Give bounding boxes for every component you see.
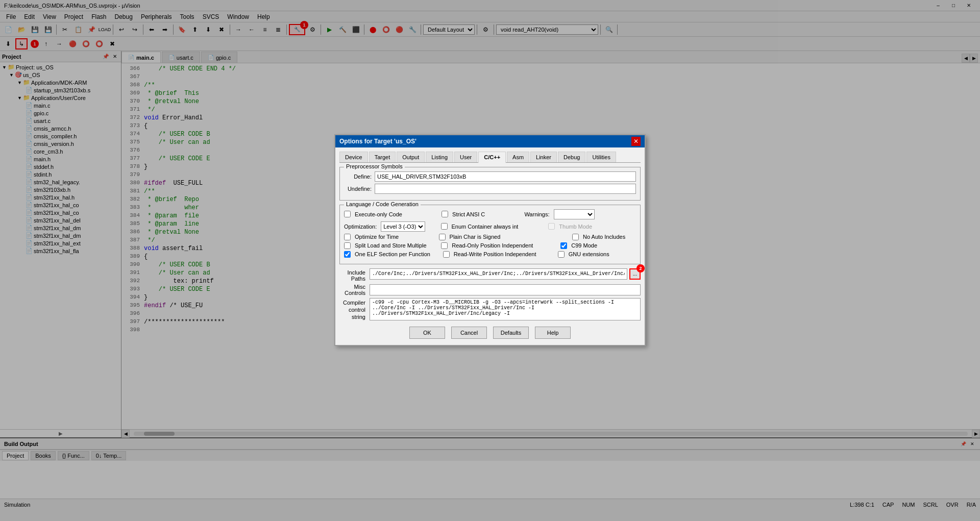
- cancel-button[interactable]: Cancel: [451, 327, 487, 339]
- enum-container-checkbox[interactable]: [441, 223, 448, 230]
- split-load-row: Split Load and Store Multiple Read-Only …: [344, 242, 636, 249]
- gnu-ext-label: GNU extensions: [569, 251, 609, 257]
- lang-section: Language / Code Generation Execute-only …: [339, 205, 641, 264]
- dialog-tab-debug[interactable]: Debug: [558, 152, 585, 162]
- dialog-tab-utilities[interactable]: Utilities: [586, 152, 616, 162]
- dialog-body: Device Target Output Listing User C/C++ …: [335, 147, 645, 345]
- plain-char-label: Plain Char is Signed: [450, 234, 501, 240]
- one-elf-checkbox[interactable]: [344, 251, 351, 258]
- include-paths-area: IncludePaths ... 2: [339, 268, 641, 282]
- dialog-tab-target[interactable]: Target: [369, 152, 396, 162]
- preprocessor-section: Preprocessor Symbols Define: Undefine:: [339, 167, 641, 201]
- badge-2: 2: [636, 264, 645, 272]
- read-only-label: Read-Only Position Independent: [452, 242, 533, 249]
- preprocessor-title: Preprocessor Symbols: [344, 163, 405, 169]
- read-only-checkbox[interactable]: [441, 242, 448, 249]
- enum-container-label: Enum Container always int: [452, 224, 519, 230]
- no-auto-includes-label: No Auto Includes: [583, 234, 625, 240]
- compiler-textarea[interactable]: -c99 -c -cpu Cortex-M3 -D__MICROLIB -g -…: [370, 298, 641, 320]
- compiler-label: Compilercontrolstring: [339, 298, 368, 321]
- split-load-checkbox[interactable]: [344, 242, 351, 249]
- dialog-buttons: OK Cancel Defaults Help: [339, 322, 641, 341]
- include-btn-wrapper: ... 2: [629, 268, 641, 280]
- no-auto-includes-checkbox[interactable]: [572, 234, 579, 240]
- dialog-tab-linker[interactable]: Linker: [530, 152, 557, 162]
- c99-label: C99 Mode: [571, 242, 597, 249]
- optimize-time-label: Optimize for Time: [355, 234, 399, 240]
- strict-ansi-checkbox[interactable]: [442, 211, 448, 217]
- dialog-tab-device[interactable]: Device: [339, 152, 368, 162]
- undefine-row: Undefine:: [344, 184, 636, 194]
- help-button[interactable]: Help: [535, 327, 571, 339]
- strict-ansi-label: Strict ANSI C: [452, 211, 485, 217]
- optimize-time-checkbox[interactable]: [344, 234, 351, 240]
- gnu-ext-checkbox[interactable]: [558, 251, 565, 258]
- dialog-title-bar: Options for Target 'us_OS' ✕: [335, 135, 645, 147]
- split-load-label: Split Load and Store Multiple: [355, 242, 427, 249]
- dialog-tab-bar: Device Target Output Listing User C/C++ …: [339, 152, 641, 163]
- optimization-label: Optimization:: [344, 224, 377, 230]
- execute-only-label: Execute-only Code: [355, 211, 402, 217]
- misc-label: MiscControls: [339, 284, 368, 296]
- optimization-select[interactable]: Level 3 (-O3): [381, 221, 425, 232]
- thumb-mode-label: Thumb Mode: [559, 224, 592, 230]
- optimize-time-row: Optimize for Time Plain Char is Signed N…: [344, 234, 636, 240]
- ok-button[interactable]: OK: [409, 327, 445, 339]
- one-elf-label: One ELF Section per Function: [355, 251, 430, 257]
- misc-input[interactable]: [370, 284, 641, 295]
- read-write-checkbox[interactable]: [443, 251, 450, 258]
- warnings-label: Warnings:: [524, 211, 549, 217]
- define-label: Define:: [344, 173, 375, 180]
- plain-char-checkbox[interactable]: [439, 234, 446, 240]
- dialog-tab-cc[interactable]: C/C++: [478, 152, 506, 163]
- read-write-label: Read-Write Position Independent: [454, 251, 536, 257]
- dialog-title-text: Options for Target 'us_OS': [339, 138, 416, 145]
- execute-only-checkbox[interactable]: [344, 211, 351, 217]
- lang-title: Language / Code Generation: [344, 201, 421, 207]
- dialog-overlay: Options for Target 'us_OS' ✕ Device Targ…: [0, 0, 980, 521]
- include-input[interactable]: [370, 268, 627, 280]
- optimization-row2: Optimization: Level 3 (-O3) Enum Contain…: [344, 221, 636, 232]
- defaults-button[interactable]: Defaults: [493, 327, 529, 339]
- define-input[interactable]: [375, 171, 636, 182]
- options-dialog: Options for Target 'us_OS' ✕ Device Targ…: [334, 134, 646, 346]
- misc-controls-area: MiscControls: [339, 284, 641, 296]
- dialog-tab-output[interactable]: Output: [397, 152, 425, 162]
- undefine-input[interactable]: [375, 184, 636, 194]
- include-label: IncludePaths: [339, 268, 368, 282]
- optimization-row: Execute-only Code Strict ANSI C Warnings…: [344, 209, 636, 219]
- dialog-tab-user[interactable]: User: [454, 152, 477, 162]
- c99-checkbox[interactable]: [560, 242, 567, 249]
- compiler-area: Compilercontrolstring -c99 -c -cpu Corte…: [339, 298, 641, 321]
- dialog-tab-listing[interactable]: Listing: [426, 152, 453, 162]
- dialog-tab-asm[interactable]: Asm: [507, 152, 529, 162]
- thumb-mode-checkbox[interactable]: [548, 223, 555, 230]
- warnings-select[interactable]: [554, 209, 595, 219]
- dialog-close-button[interactable]: ✕: [631, 137, 641, 146]
- undefine-label: Undefine:: [344, 186, 375, 192]
- define-row: Define:: [344, 171, 636, 182]
- one-elf-row: One ELF Section per Function Read-Write …: [344, 251, 636, 258]
